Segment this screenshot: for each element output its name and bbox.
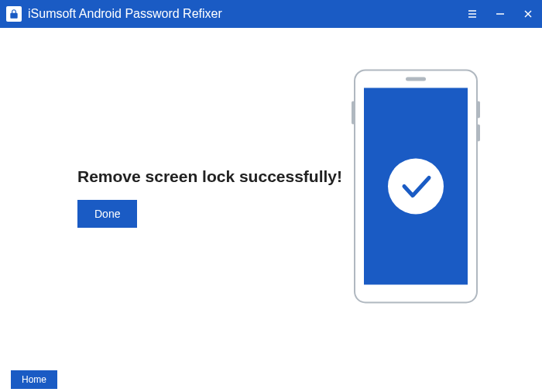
text-section: Remove screen lock successfully! Done bbox=[77, 167, 342, 228]
titlebar-left: iSumsoft Android Password Refixer bbox=[6, 6, 222, 22]
close-icon[interactable] bbox=[520, 6, 536, 22]
app-title: iSumsoft Android Password Refixer bbox=[28, 7, 222, 21]
titlebar-controls bbox=[465, 6, 536, 22]
done-button[interactable]: Done bbox=[77, 200, 137, 228]
app-lock-icon bbox=[6, 6, 22, 22]
home-button[interactable]: Home bbox=[11, 370, 57, 389]
svg-rect-7 bbox=[352, 101, 355, 124]
content-area: Remove screen lock successfully! Done bbox=[0, 28, 542, 366]
svg-rect-8 bbox=[477, 101, 480, 118]
menu-icon[interactable] bbox=[465, 6, 480, 22]
svg-rect-9 bbox=[477, 124, 480, 141]
svg-point-12 bbox=[388, 158, 444, 214]
svg-rect-10 bbox=[406, 77, 426, 81]
minimize-icon[interactable] bbox=[492, 6, 508, 22]
titlebar: iSumsoft Android Password Refixer bbox=[0, 0, 542, 28]
phone-success-illustration bbox=[341, 66, 496, 309]
footer: Home bbox=[0, 366, 542, 392]
app-window: iSumsoft Android Password Refixer bbox=[0, 0, 542, 392]
success-heading: Remove screen lock successfully! bbox=[77, 167, 342, 186]
main-area: Remove screen lock successfully! Done bbox=[23, 51, 519, 343]
